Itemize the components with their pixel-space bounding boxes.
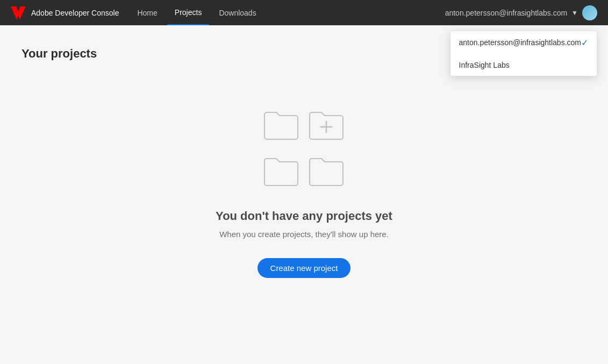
dropdown-email-label: anton.petersson@infrasightlabs.com [459,38,581,47]
user-email-label: anton.petersson@infrasightlabs.com [445,9,567,17]
empty-state-title: You don't have any projects yet [216,209,392,223]
folders-illustration [260,104,348,192]
app-title: Adobe Developer Console [31,9,119,17]
create-new-project-button[interactable]: Create new project [257,258,351,278]
folder-icon-2 [305,104,348,147]
nav-links: Home Projects Downloads [130,0,263,25]
empty-state-subtitle: When you create projects, they'll show u… [219,230,389,239]
adobe-logo-icon [11,5,26,20]
dropdown-item-org[interactable]: InfraSight Labs [450,54,597,76]
avatar[interactable] [582,5,597,20]
folder-icon-3 [260,149,303,192]
dropdown-item-email[interactable]: anton.petersson@infrasightlabs.com ✓ [450,31,597,54]
dropdown-org-label: InfraSight Labs [459,61,510,69]
brand: Adobe Developer Console [11,5,119,20]
empty-state: You don't have any projects yet When you… [22,82,586,278]
nav-projects[interactable]: Projects [167,0,210,25]
nav-home[interactable]: Home [130,0,164,25]
chevron-down-icon[interactable]: ▼ [571,9,578,17]
main-content: Your projects [0,25,608,364]
account-dropdown: anton.petersson@infrasightlabs.com ✓ Inf… [450,31,597,76]
user-menu: anton.petersson@infrasightlabs.com ▼ ant… [445,5,597,20]
navbar: Adobe Developer Console Home Projects Do… [0,0,608,25]
folder-icon-4 [305,149,348,192]
nav-downloads[interactable]: Downloads [211,0,263,25]
checkmark-icon: ✓ [581,38,588,48]
folder-icon-1 [260,104,303,147]
